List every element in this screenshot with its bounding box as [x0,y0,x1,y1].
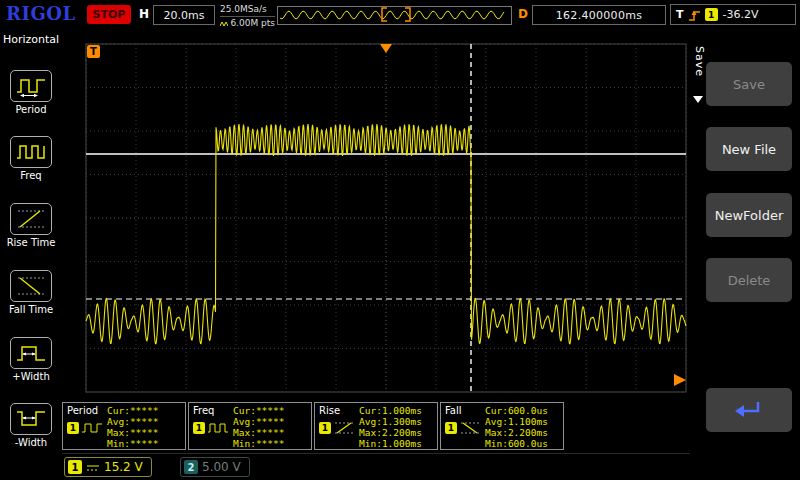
sidebar-item-minus-width[interactable]: -Width [10,403,52,448]
return-button[interactable] [706,388,792,432]
row-label: Cur: [107,405,130,416]
row-value: 600.0us [508,438,548,449]
row-label: Cur: [359,405,382,416]
trigger-offscreen-label: T [90,46,97,57]
sidebar-item-period[interactable]: Period [10,70,52,115]
rigol-logo: RIGOL [6,3,76,24]
new-file-button[interactable]: New File [706,127,792,171]
row-value: ***** [130,405,159,416]
sidebar-item-label: Fall Time [9,304,53,315]
row-value: 1.000ms [382,405,422,416]
freq-icon [10,136,52,168]
save-button[interactable]: Save [706,62,792,106]
trigger-label: T [676,8,684,21]
preview-strip [278,7,509,22]
measurement-panel-fall[interactable]: Fall 1 Cur:600.0us Avg:1.100ms Max:2.200… [440,402,564,450]
plus-width-icon [10,337,52,369]
measure-sidebar: Horizontal Period [0,30,62,480]
channel-2-scale: 5.00 V [202,460,241,474]
delay-label: D [518,7,528,21]
row-label: Avg: [107,416,130,427]
measure-category-title[interactable]: Horizontal [3,33,59,46]
row-label: Max: [107,427,130,438]
row-label: Avg: [485,416,508,427]
trigger-source-badge: 1 [705,8,718,21]
row-label: Cur: [485,405,508,416]
measurement-name: Fall [445,405,485,416]
row-label: Cur: [233,405,256,416]
timebase-value[interactable]: 20.0ms [153,5,215,25]
save-menu: Save Save New File NewFolder Delete [690,30,800,480]
measurement-channel-badge: 1 [193,422,205,434]
horizontal-label: H [139,7,149,21]
sidebar-item-rise-time[interactable]: Rise Time [7,203,56,248]
delay-indicator-arrow [674,374,686,386]
sidebar-item-freq[interactable]: Freq [10,136,52,181]
row-value: ***** [130,438,159,449]
acquisition-info: 25.0MSa/s 6.00M pts [220,4,275,29]
trigger-level: -36.2V [723,8,759,21]
sidebar-item-plus-width[interactable]: +Width [10,337,52,382]
delay-value[interactable]: 162.400000ms [532,5,666,25]
dc-coupling-icon [86,463,100,472]
measurement-panel-rise[interactable]: Rise 1 Cur:1.000ms Avg:1.300ms Max:2.200… [314,402,438,450]
sidebar-item-label: +Width [12,371,49,382]
run-state-badge[interactable]: STOP [87,5,131,24]
row-value: ***** [256,416,285,427]
trigger-info[interactable]: T 1 -36.2V [670,4,796,25]
row-label: Min: [107,438,130,449]
row-label: Avg: [359,416,382,427]
row-label: Avg: [233,416,256,427]
channel-1-scale: 15.2 V [104,460,143,474]
memory-depth: 6.00M pts [230,18,275,29]
measurement-name: Rise [319,405,359,416]
scope-display[interactable]: T [62,30,690,402]
rising-edge-icon [688,8,701,22]
row-value: ***** [256,427,285,438]
rise-time-icon [333,421,355,435]
channel-2-status[interactable]: 2 5.00 V [180,457,250,477]
period-icon [10,70,52,102]
return-arrow-icon [732,398,766,422]
trigger-position-marker[interactable] [380,44,392,53]
measurement-channel-badge: 1 [319,422,331,434]
row-value: ***** [130,427,159,438]
waveform-preview[interactable] [277,6,512,25]
minus-width-icon [10,403,52,435]
measurement-channel-badge: 1 [67,422,79,434]
row-value: 2.200ms [382,427,422,438]
measurement-name: Freq [193,405,233,416]
row-label: Max: [233,427,256,438]
sidebar-item-label: Rise Time [7,237,56,248]
row-value: ***** [256,405,285,416]
memory-depth-icon [220,20,228,28]
sidebar-item-fall-time[interactable]: Fall Time [9,270,53,315]
measurement-panel-period[interactable]: Period 1 Cur:***** Avg:***** Max:***** M… [62,402,186,450]
row-label: Min: [485,438,508,449]
row-value: 600.0us [508,405,548,416]
graticule [86,44,686,392]
sidebar-item-label: Period [15,104,46,115]
freq-icon [207,421,229,435]
measurement-channel-badge: 1 [445,422,457,434]
row-value: 1.000ms [382,438,422,449]
measurement-panel-freq[interactable]: Freq 1 Cur:***** Avg:***** Max:***** Min… [188,402,312,450]
delete-button[interactable]: Delete [706,258,792,302]
row-value: 1.100ms [508,416,548,427]
row-label: Min: [359,438,382,449]
fall-time-icon [459,421,481,435]
channel-2-badge: 2 [184,460,198,474]
channel-1-badge: 1 [68,460,82,474]
new-folder-button[interactable]: NewFolder [706,193,792,237]
preview-trace [280,11,504,19]
row-value: ***** [130,416,159,427]
measurement-name: Period [67,405,107,416]
row-label: Max: [485,427,508,438]
top-bar: RIGOL STOP H 20.0ms 25.0MSa/s 6.00M pts … [0,0,800,30]
measure-items: Period Freq Rise Time [0,46,62,480]
oscilloscope-screen: RIGOL STOP H 20.0ms 25.0MSa/s 6.00M pts … [0,0,800,480]
sidebar-item-label: Freq [20,170,41,181]
sidebar-item-label: -Width [15,437,47,448]
menu-title: Save [693,46,706,77]
channel-1-status[interactable]: 1 15.2 V [64,457,152,477]
